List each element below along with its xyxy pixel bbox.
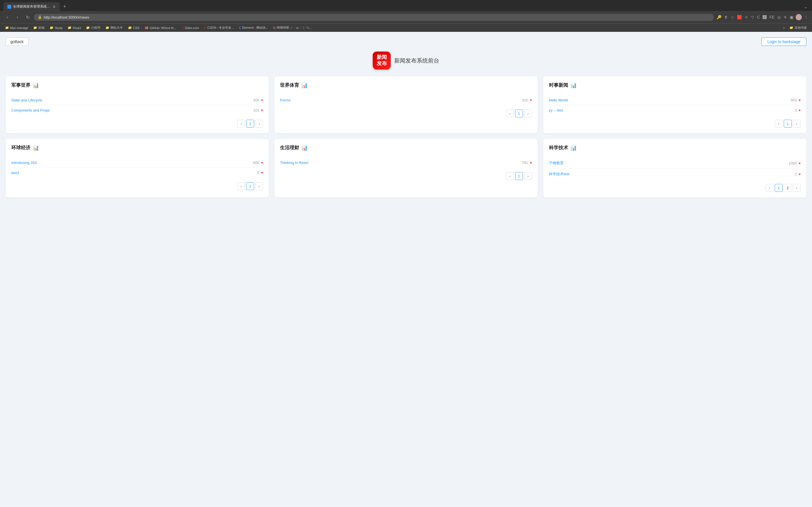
bookmark-mac-manage[interactable]: 📁 Mac-manage: [3, 25, 31, 31]
next-page-4[interactable]: ›: [524, 172, 532, 180]
news-meta-1-0: 310 ♥: [522, 98, 532, 102]
extension7-icon[interactable]: ◎: [777, 14, 781, 20]
news-link-5-0[interactable]: 千锋教育: [549, 161, 564, 166]
bookmark-csdn[interactable]: C CSDN - 专业开发...: [202, 25, 236, 31]
news-link-3-0[interactable]: Introducing JSX: [11, 161, 37, 165]
extension6-icon[interactable]: FE: [769, 14, 775, 20]
next-page-0[interactable]: ›: [255, 120, 263, 128]
extension3-icon[interactable]: ▽: [751, 14, 755, 20]
extension4-icon[interactable]: C: [756, 14, 760, 20]
reload-button[interactable]: ↻: [24, 13, 32, 21]
news-meta-0-1: 101 ♥: [253, 108, 263, 112]
tab-favicon: 🌐: [7, 5, 11, 9]
heart-icon-0-1: ♥: [261, 108, 263, 112]
news-item-2-1: zy -- test 2 ♥: [549, 105, 801, 115]
url-lock-icon: 🔒: [38, 15, 42, 19]
heart-icon-4-0: ♥: [530, 161, 532, 165]
profile-icon[interactable]: [796, 14, 802, 20]
card-3: 环球经济📊 Introducing JSX 600 ♥ test1 0 ♥ ‹1…: [6, 139, 269, 198]
news-list-5: 千锋教育 1000 ♥ 科学技术test 2 ♥: [549, 158, 801, 179]
page-content: goBack Login to backstage 新闻 发布 新闻发布系统前台…: [0, 32, 812, 507]
tab-title: 全球新闻发布管理系统 - codeM...: [13, 4, 51, 9]
pagination-4: ‹1›: [280, 172, 532, 180]
prev-page-5[interactable]: ‹: [766, 184, 774, 192]
bookmark-study[interactable]: 📁 Study: [47, 25, 65, 31]
card-2: 时事新闻📊 Hello World 503 ♥ zy -- test 2 ♥ ‹…: [543, 76, 806, 133]
heart-icon-0-0: ♥: [261, 98, 263, 102]
card-title-0: 军事世界: [11, 82, 31, 89]
prev-page-3[interactable]: ‹: [237, 182, 245, 190]
menu-icon[interactable]: ⋮: [804, 14, 809, 20]
forward-button[interactable]: ›: [13, 13, 21, 21]
heart-icon-2-0: ♥: [799, 98, 801, 102]
bookmark-github[interactable]: 🐙 GitHub: Where th...: [142, 25, 179, 31]
page-btn-4-1[interactable]: 1: [515, 172, 523, 180]
bookmark-react[interactable]: 📁 React: [65, 25, 83, 31]
bookmark-frontend[interactable]: 📁 前端: [31, 25, 47, 31]
active-tab[interactable]: 🌐 全球新闻发布管理系统 - codeM... ✕: [3, 2, 60, 11]
bookmarks-bar: 📁 Mac-manage 📁 前端 📁 Study 📁 React 📁 小程序 …: [0, 23, 812, 32]
extension1-icon[interactable]: 🟥: [737, 14, 742, 20]
news-link-4-0[interactable]: Thinking in React: [280, 161, 308, 165]
extension5-icon[interactable]: 🅰: [762, 14, 767, 20]
page-btn-3-1[interactable]: 1: [246, 182, 254, 190]
key-icon[interactable]: 🔑: [716, 14, 722, 20]
card-title-2: 时事新闻: [549, 82, 568, 89]
page-btn-0-1[interactable]: 1: [246, 120, 254, 128]
page-btn-5-2[interactable]: 2: [784, 184, 792, 192]
news-link-1-0[interactable]: Forms: [280, 98, 290, 102]
news-link-2-1[interactable]: zy -- test: [549, 108, 563, 112]
sidebar-icon[interactable]: ▣: [789, 14, 794, 20]
prev-page-1[interactable]: ‹: [506, 110, 514, 117]
bookmarks-more[interactable]: »: [781, 25, 786, 31]
next-page-3[interactable]: ›: [255, 182, 263, 190]
news-item-1-0: Forms 310 ♥: [280, 95, 532, 105]
extension2-icon[interactable]: ⚛: [744, 14, 749, 20]
chart-icon-1: 📊: [301, 82, 308, 89]
prev-page-4[interactable]: ‹: [506, 172, 514, 180]
news-link-3-1[interactable]: test1: [11, 171, 19, 175]
bookmark-others[interactable]: 📁 其他书签: [787, 25, 809, 31]
page-btn-5-1[interactable]: 1: [775, 184, 783, 192]
browser-chrome: 🌐 全球新闻发布管理系统 - codeM... ✕ + ⌄ ‹ › ↻ 🔒 ht…: [0, 0, 812, 32]
star-icon[interactable]: ☆: [730, 14, 735, 20]
go-back-button[interactable]: goBack: [6, 38, 29, 46]
tab-list-icon[interactable]: ⌄: [803, 3, 809, 10]
site-logo: 新闻 发布: [373, 52, 391, 69]
extension8-icon[interactable]: ✳: [783, 14, 788, 20]
news-link-0-0[interactable]: State and Lifecycle: [11, 98, 42, 102]
pagination-3: ‹1›: [11, 182, 263, 190]
card-header-0: 军事世界📊: [11, 82, 263, 91]
back-button[interactable]: ‹: [3, 13, 11, 21]
bookmark-bilibili[interactable]: B 哔哩哔哩（`・ω・´）つ...: [271, 25, 313, 31]
bookmark-gitee[interactable]: G Gitee.com: [179, 25, 201, 31]
prev-page-2[interactable]: ‹: [775, 120, 783, 128]
prev-page-0[interactable]: ‹: [237, 120, 245, 128]
heart-icon-5-1: ♥: [799, 172, 801, 176]
news-link-0-1[interactable]: Components and Props: [11, 108, 50, 112]
bookmark-websitestar[interactable]: 📁 网站大牛: [103, 25, 125, 31]
pagination-1: ‹1›: [280, 110, 532, 117]
page-btn-1-1[interactable]: 1: [515, 110, 523, 117]
news-link-5-1[interactable]: 科学技术test: [549, 172, 569, 177]
news-item-3-0: Introducing JSX 600 ♥: [11, 158, 263, 168]
bookmark-css[interactable]: 📁 CSS: [126, 25, 142, 31]
cards-grid: 军事世界📊 State and Lifecycle 300 ♥ Componen…: [6, 76, 806, 198]
next-page-1[interactable]: ›: [524, 110, 532, 117]
news-link-2-0[interactable]: Hello World: [549, 98, 568, 102]
next-page-2[interactable]: ›: [793, 120, 801, 128]
tab-close-icon[interactable]: ✕: [52, 4, 56, 9]
news-meta-3-1: 0 ♥: [257, 171, 263, 175]
url-bar[interactable]: 🔒 http://localhost:3000/#/news: [34, 14, 714, 21]
share-icon[interactable]: ⬆: [724, 14, 728, 20]
page-btn-2-1[interactable]: 1: [784, 120, 792, 128]
card-title-5: 科学技术: [549, 145, 568, 151]
card-header-4: 生活理财📊: [280, 145, 532, 153]
bookmark-element[interactable]: E Element - 网站快...: [237, 25, 271, 31]
login-backstage-button[interactable]: Login to backstage: [761, 38, 806, 46]
new-tab-button[interactable]: +: [61, 3, 68, 11]
news-count-5-1: 2: [795, 172, 797, 176]
bookmark-miniapp[interactable]: 📁 小程序: [84, 25, 103, 31]
news-count-1-0: 310: [522, 98, 528, 102]
next-page-5[interactable]: ›: [793, 184, 801, 192]
